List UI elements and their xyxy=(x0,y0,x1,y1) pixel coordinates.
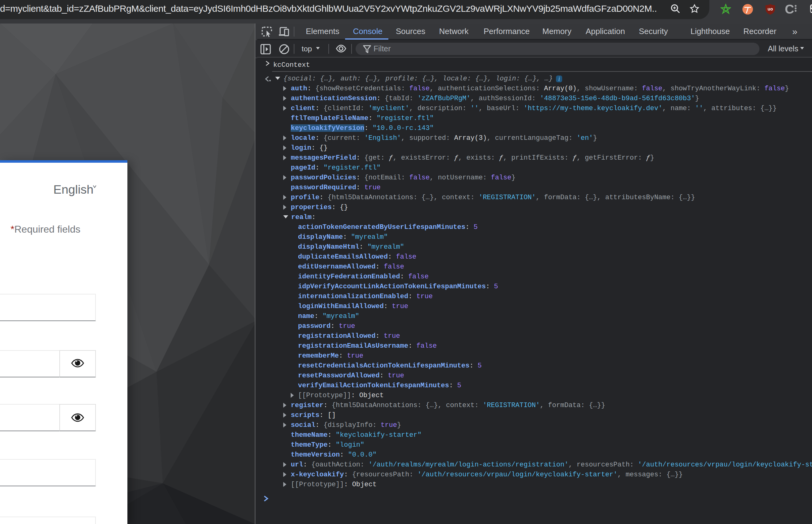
svg-text:uo: uo xyxy=(767,6,773,11)
